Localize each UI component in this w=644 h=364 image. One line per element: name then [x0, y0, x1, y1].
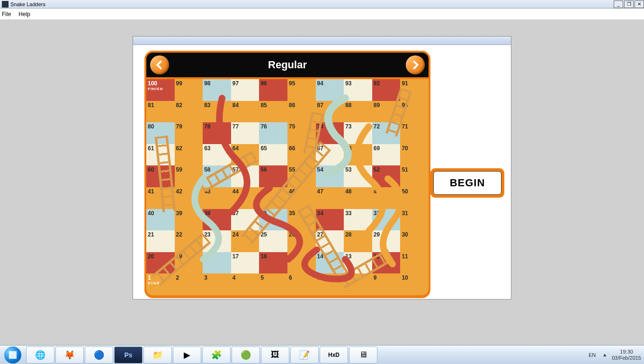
board-cell: 10 [400, 273, 429, 295]
board-cell: 71 [400, 122, 429, 144]
board-cell: 81 [146, 101, 175, 123]
board-cell: 12 [372, 252, 401, 274]
chevron-left-icon [154, 60, 165, 70]
board-cell: 76 [259, 122, 287, 144]
board-cell: 75 [287, 122, 316, 144]
board-cell: 90 [400, 101, 429, 123]
minimize-button[interactable]: _ [614, 0, 623, 8]
board-cell: 98 [203, 79, 231, 101]
taskbar-item-photoshop[interactable]: Ps [114, 346, 143, 364]
board-cell: 93 [344, 79, 372, 101]
mode-header: Regular [146, 53, 429, 77]
board-cell: 51 [400, 165, 429, 187]
board-cell: 73 [344, 122, 372, 144]
board-cell: 62 [175, 144, 203, 166]
board-cell: 25 [259, 230, 287, 252]
board-cell: 24 [231, 230, 259, 252]
board-cell: 6 [287, 273, 316, 295]
board-cell: 86 [287, 101, 316, 123]
menu-help[interactable]: Help [18, 11, 30, 18]
taskbar-item-app2[interactable]: 🟢 [232, 346, 260, 364]
system-tray: EN ▲ 19:30 03/Feb/2015 [587, 349, 644, 361]
board-cell: 58 [203, 165, 231, 187]
board-selector-panel: Regular 100FINISH99989796959493929181828… [144, 51, 430, 298]
taskbar-clock[interactable]: 19:30 03/Feb/2015 [612, 349, 641, 361]
board-cell: 89 [372, 101, 401, 123]
board-cell: 97 [231, 79, 259, 101]
language-indicator[interactable]: EN [587, 351, 598, 359]
taskbar-item-notepad[interactable]: 📝 [290, 346, 319, 364]
board-cell: 21 [146, 230, 175, 252]
close-button[interactable]: ✕ [635, 0, 644, 8]
prev-mode-button[interactable] [150, 55, 169, 74]
board-cell: 55 [287, 165, 316, 187]
board-cell: 57 [231, 165, 259, 187]
taskbar: 🌐 🦊 🔵 Ps 📁 ▶ 🧩 🟢 🖼 📝 HxD 🖥 EN ▲ 19:30 03… [0, 345, 644, 364]
board-cell: 92 [372, 79, 401, 101]
board-cell: 40 [146, 209, 175, 231]
board-cell: 65 [259, 144, 287, 166]
maximize-button[interactable]: ❐ [624, 0, 634, 8]
game-window-titlebar[interactable] [133, 36, 511, 45]
board-cell: 34 [316, 209, 344, 231]
game-window: Regular 100FINISH99989796959493929181828… [133, 36, 511, 300]
chevron-right-icon [410, 60, 420, 70]
board-cell: 14 [316, 252, 344, 274]
board-cell: 49 [372, 187, 401, 209]
board-cell: 38 [203, 209, 231, 231]
board-cell: 79 [175, 122, 203, 144]
board-cell: 67 [316, 144, 344, 166]
board-cell: 27 [316, 230, 344, 252]
board-cell: 68 [344, 144, 372, 166]
board-cell: 29 [372, 230, 401, 252]
start-label: START [148, 281, 162, 285]
begin-pod: BEGIN [430, 168, 504, 198]
board-cell: 43 [203, 187, 231, 209]
board-cell: 1START [146, 273, 175, 295]
start-button[interactable] [0, 346, 26, 364]
board-cell: 59 [175, 165, 203, 187]
board-cell: 54 [316, 165, 344, 187]
board-cell: 46 [287, 187, 316, 209]
board-cell: 22 [175, 230, 203, 252]
windows-logo-icon [4, 346, 21, 364]
board-cell: 5 [259, 273, 287, 295]
taskbar-item-app4[interactable]: 🖥 [349, 346, 377, 364]
board-cell: 41 [146, 187, 175, 209]
taskbar-item-mediaplayer[interactable]: ▶ [173, 346, 201, 364]
board-cell: 35 [287, 209, 316, 231]
tray-overflow-icon[interactable]: ▲ [602, 352, 607, 357]
board-cell: 28 [344, 230, 372, 252]
menubar: File Help [0, 9, 644, 20]
menu-file[interactable]: File [2, 11, 11, 18]
board-cell: 17 [231, 252, 259, 274]
board-cell: 69 [372, 144, 401, 166]
taskbar-item-chrome[interactable]: 🔵 [85, 346, 113, 364]
taskbar-item-ie[interactable]: 🌐 [26, 346, 54, 364]
board-cell: 7 [316, 273, 344, 295]
board-cell: 85 [259, 101, 287, 123]
board-cell: 8 [344, 273, 372, 295]
board-cell: 78 [203, 122, 231, 144]
board-cell: 63 [203, 144, 231, 166]
taskbar-item-explorer[interactable]: 📁 [143, 346, 172, 364]
board-cell: 37 [231, 209, 259, 231]
board-cell: 87 [316, 101, 344, 123]
board-preview: 100FINISH9998979695949392918182838485868… [146, 79, 429, 295]
taskbar-item-app1[interactable]: 🧩 [202, 346, 231, 364]
board-cell: 70 [400, 144, 429, 166]
board-cell: 66 [287, 144, 316, 166]
board-cell: 99 [175, 79, 203, 101]
next-mode-button[interactable] [406, 55, 425, 74]
board-cell: 42 [175, 187, 203, 209]
board-cell: 19 [175, 252, 203, 274]
begin-button[interactable]: BEGIN [433, 171, 501, 195]
board-cell: 23 [203, 230, 231, 252]
taskbar-item-firefox[interactable]: 🦊 [55, 346, 84, 364]
taskbar-item-hxd[interactable]: HxD [320, 346, 348, 364]
board-cell: 44 [231, 187, 259, 209]
taskbar-item-app3[interactable]: 🖼 [261, 346, 289, 364]
board-cell: 33 [344, 209, 372, 231]
board-cell: 82 [175, 101, 203, 123]
board-cell: 94 [316, 79, 344, 101]
